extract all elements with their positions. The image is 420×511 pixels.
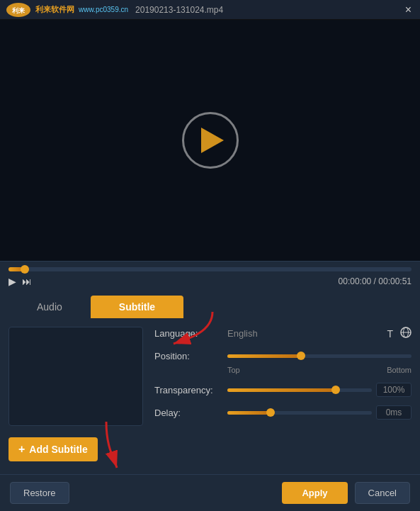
bottom-right-buttons: Apply Cancel bbox=[282, 482, 410, 504]
title-bar-left: 利来 利来软件网 www.pc0359.cn 20190213-131024.m… bbox=[6, 2, 223, 18]
apply-button[interactable]: Apply bbox=[282, 482, 347, 504]
delay-label: Delay: bbox=[154, 408, 222, 418]
delay-thumb[interactable] bbox=[266, 408, 275, 417]
add-subtitle-label: Add Subtitle bbox=[29, 444, 87, 455]
video-player[interactable] bbox=[0, 20, 420, 261]
text-format-icon[interactable]: T bbox=[387, 328, 393, 339]
time-separator: / bbox=[371, 276, 378, 286]
tab-audio[interactable]: Audio bbox=[8, 296, 91, 318]
language-value-area: English T bbox=[227, 327, 412, 340]
tab-bar: Audio Subtitle bbox=[0, 290, 420, 318]
globe-icon[interactable] bbox=[400, 327, 412, 340]
transport-row: ▶ ⏭ 00:00:00 / 00:00:51 bbox=[8, 276, 412, 287]
position-slider-area bbox=[227, 349, 412, 363]
delay-slider[interactable] bbox=[227, 405, 372, 420]
position-row: Position: bbox=[154, 349, 412, 363]
play-triangle-icon bbox=[201, 128, 224, 153]
position-track bbox=[227, 354, 412, 358]
transparency-track bbox=[227, 388, 372, 392]
watermark-text: 利来软件网 bbox=[35, 4, 74, 15]
transparency-slider[interactable] bbox=[227, 383, 372, 397]
position-bottom-label: Bottom bbox=[387, 366, 412, 374]
delay-track bbox=[227, 411, 372, 415]
position-section: Position: Top Bottom bbox=[154, 349, 412, 374]
transport-controls: ▶ ⏭ bbox=[8, 276, 32, 287]
transparency-label: Transparency: bbox=[154, 385, 222, 395]
watermark-url: www.pc0359.cn bbox=[79, 6, 128, 13]
progress-area: ▶ ⏭ 00:00:00 / 00:00:51 bbox=[0, 261, 420, 290]
position-fill bbox=[227, 354, 301, 358]
restore-button[interactable]: Restore bbox=[10, 482, 69, 504]
delay-row: Delay: 0ms bbox=[154, 405, 412, 420]
content-area: + Add Subtitle Language: English T bbox=[0, 318, 420, 470]
language-label: Language: bbox=[154, 328, 222, 339]
position-label: Position: bbox=[154, 351, 222, 361]
bottom-bar: Restore Apply Cancel bbox=[0, 474, 420, 511]
progress-track[interactable] bbox=[8, 267, 412, 271]
tab-subtitle[interactable]: Subtitle bbox=[91, 296, 183, 318]
delay-value-area: 0ms bbox=[227, 405, 412, 420]
progress-thumb[interactable] bbox=[21, 265, 29, 274]
total-time: 00:00:51 bbox=[378, 276, 412, 286]
title-bar: 利来 利来软件网 www.pc0359.cn 20190213-131024.m… bbox=[0, 0, 420, 20]
transparency-value-area: 100% bbox=[227, 383, 412, 397]
language-row: Language: English T bbox=[154, 327, 412, 340]
settings-panel: Language: English T Position: bbox=[154, 327, 412, 461]
transparency-value: 100% bbox=[376, 383, 412, 397]
play-button[interactable] bbox=[182, 112, 239, 169]
transparency-fill bbox=[227, 388, 336, 392]
transparency-row: Transparency: 100% bbox=[154, 383, 412, 397]
position-thumb[interactable] bbox=[297, 352, 305, 360]
language-value: English bbox=[227, 328, 380, 339]
position-slider[interactable] bbox=[227, 349, 412, 363]
svg-text:利来: 利来 bbox=[11, 7, 25, 14]
delay-value: 0ms bbox=[376, 405, 412, 420]
play-pause-button[interactable]: ▶ bbox=[8, 276, 16, 287]
transparency-thumb[interactable] bbox=[331, 386, 340, 394]
current-time: 00:00:00 bbox=[339, 276, 372, 286]
position-top-label: Top bbox=[227, 366, 387, 374]
left-panel: + Add Subtitle bbox=[8, 327, 143, 461]
close-button[interactable]: × bbox=[402, 3, 414, 17]
plus-icon: + bbox=[18, 443, 25, 456]
delay-fill bbox=[227, 411, 271, 415]
cancel-button[interactable]: Cancel bbox=[355, 482, 410, 504]
app-logo: 利来 bbox=[6, 2, 31, 18]
time-display: 00:00:00 / 00:00:51 bbox=[339, 276, 412, 286]
filename: 20190213-131024.mp4 bbox=[135, 5, 223, 15]
position-labels: Top Bottom bbox=[154, 366, 412, 374]
skip-forward-button[interactable]: ⏭ bbox=[22, 276, 32, 287]
add-subtitle-button[interactable]: + Add Subtitle bbox=[8, 437, 98, 461]
subtitle-list bbox=[8, 327, 143, 426]
